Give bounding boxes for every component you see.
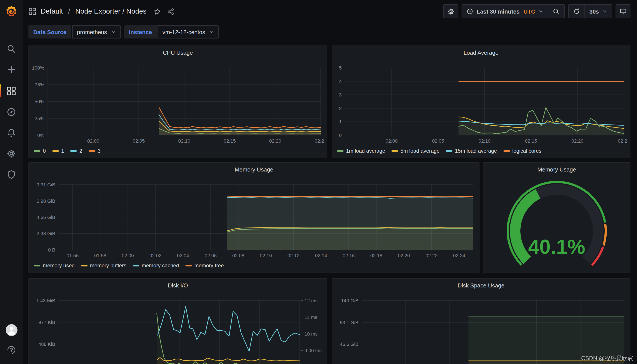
time-range-label: Last 30 minutes [477,8,520,15]
panel-title[interactable]: Disk Space Usage [335,281,628,291]
panel-memory-usage-gauge: Memory Usage 40.1% [483,162,630,273]
legend-item[interactable]: memory free [186,262,224,268]
memory-usage-chart[interactable]: 01:5601:5802:0002:0202:0402:0602:0802:10… [32,175,476,261]
legend-item[interactable]: memory buffers [81,262,126,268]
legend-label: 1 [61,148,64,154]
svg-text:50%: 50% [34,99,44,104]
svg-text:02:00: 02:00 [87,138,99,144]
instance-dropdown[interactable]: vm-12-12-centos [158,26,219,38]
legend-color-chip [34,265,40,266]
svg-text:93.1 GiB: 93.1 GiB [340,320,358,325]
legend-item[interactable]: 5m load average [392,148,440,154]
svg-text:0%: 0% [38,132,44,138]
legend-color-chip [133,265,139,266]
refresh-button[interactable] [569,5,585,18]
breadcrumb-folder[interactable]: Default [41,8,63,15]
svg-text:02:04: 02:04 [177,253,189,258]
sidebar-item-server-admin[interactable] [0,169,23,180]
panel-grid: CPU Usage 02:0002:0502:1002:1502:2002:25… [0,0,637,364]
panel-title[interactable]: Memory Usage [486,166,628,175]
sidebar-item-search[interactable] [0,44,23,54]
svg-text:02:05: 02:05 [133,138,145,144]
disk-space-usage-chart[interactable]: 46.6 GiB93.1 GiB140 GiB [335,291,628,364]
svg-text:0 B: 0 B [48,247,55,253]
svg-text:2: 2 [339,106,342,111]
legend-item[interactable]: 1m load average [337,148,385,154]
variable-instance: instance vm-12-12-centos [124,26,219,38]
legend-item[interactable]: 15m load average [446,148,497,154]
legend-item[interactable]: 1 [52,148,64,154]
svg-text:02:14: 02:14 [315,253,327,258]
legend-item[interactable]: 2 [71,148,82,154]
svg-text:46.6 GiB: 46.6 GiB [340,342,358,347]
svg-text:02:25: 02:25 [314,138,324,144]
variable-label: instance [124,26,157,38]
panel-title[interactable]: Load Average [335,48,628,58]
chevron-down-icon [111,30,116,34]
svg-text:02:25: 02:25 [618,138,628,144]
star-icon[interactable] [154,8,161,15]
svg-text:02:20: 02:20 [398,253,410,258]
panel-title[interactable]: Memory Usage [32,166,476,175]
panel-memory-usage-graph: Memory Usage 01:5601:5802:0002:0202:0402… [28,162,480,273]
dashboards-grid-icon [6,86,16,96]
panel-title[interactable]: Disk I/O [32,281,324,291]
cycle-view-mode-button[interactable] [616,4,630,18]
legend-color-chip [89,150,95,152]
grafana-dashboard: Default / Node Exporter / Nodes [0,0,637,364]
legend-item[interactable]: 0 [34,148,46,154]
panel-title[interactable]: CPU Usage [32,48,324,58]
legend-item[interactable]: memory cached [133,262,179,268]
svg-text:4.66 GiB: 4.66 GiB [36,214,55,220]
sidebar-item-profile[interactable] [0,324,23,336]
main-area: Default / Node Exporter / Nodes [23,0,637,364]
load-average-chart[interactable]: 02:0002:0502:1002:1502:2002:25012345 [335,58,628,146]
sidebar-item-alerting[interactable] [0,128,23,138]
zoom-out-button[interactable] [548,5,564,18]
svg-text:25%: 25% [34,116,44,121]
legend-color-chip [81,265,87,266]
variable-label: Data Source [28,26,71,38]
svg-text:02:24: 02:24 [453,253,465,258]
svg-text:9.00 ms: 9.00 ms [304,348,322,353]
breadcrumb-dashboard-title[interactable]: Node Exporter / Nodes [75,8,146,15]
panel-cpu-usage: CPU Usage 02:0002:0502:1002:1502:2002:25… [28,46,327,158]
legend-color-chip [446,150,452,152]
grafana-logo[interactable] [0,5,23,19]
time-range-button[interactable]: Last 30 minutes UTC [462,5,548,18]
zoom-out-icon [553,8,560,15]
legend-color-chip [337,150,344,152]
sidebar-item-explore[interactable] [0,107,23,117]
refresh-interval-dropdown[interactable]: 30s [585,5,612,18]
breadcrumb: Default / Node Exporter / Nodes [28,8,174,15]
sidebar-item-configuration[interactable] [0,148,23,159]
alerting-bell-icon [6,128,16,138]
sidebar-item-create[interactable] [0,64,23,75]
legend-item[interactable]: 3 [89,148,100,154]
chevron-down-icon [538,9,544,14]
dashboard-settings-button[interactable] [444,4,458,18]
svg-text:02:00: 02:00 [122,253,134,258]
svg-text:02:15: 02:15 [224,138,236,144]
cpu-usage-legend: 0123 [32,146,324,155]
memory-usage-gauge[interactable]: 40.1% [486,175,628,270]
legend-item[interactable]: memory used [34,262,74,268]
legend-color-chip [71,150,77,152]
legend-label: 5m load average [400,148,440,154]
legend-item[interactable]: logical cores [504,148,542,154]
top-navigation-bar: Default / Node Exporter / Nodes [23,0,637,23]
cpu-usage-chart[interactable]: 02:0002:0502:1002:1502:2002:250%25%50%75… [32,58,324,146]
active-indicator [0,84,1,97]
disk-io-chart[interactable]: 488 KiB977 KiB1.43 MiB9.00 ms10 ms11 ms1… [32,291,324,364]
svg-text:02:06: 02:06 [204,253,216,258]
svg-text:488 KiB: 488 KiB [38,342,55,347]
sidebar-item-dashboards[interactable] [0,86,23,96]
legend-label: memory used [43,262,74,268]
svg-text:977 KiB: 977 KiB [38,320,55,325]
svg-text:100%: 100% [32,65,44,71]
share-icon[interactable] [167,8,174,15]
svg-text:02:08: 02:08 [232,253,244,258]
datasource-dropdown[interactable]: prometheus [72,26,120,38]
svg-text:1: 1 [339,119,342,124]
search-icon [6,44,16,54]
